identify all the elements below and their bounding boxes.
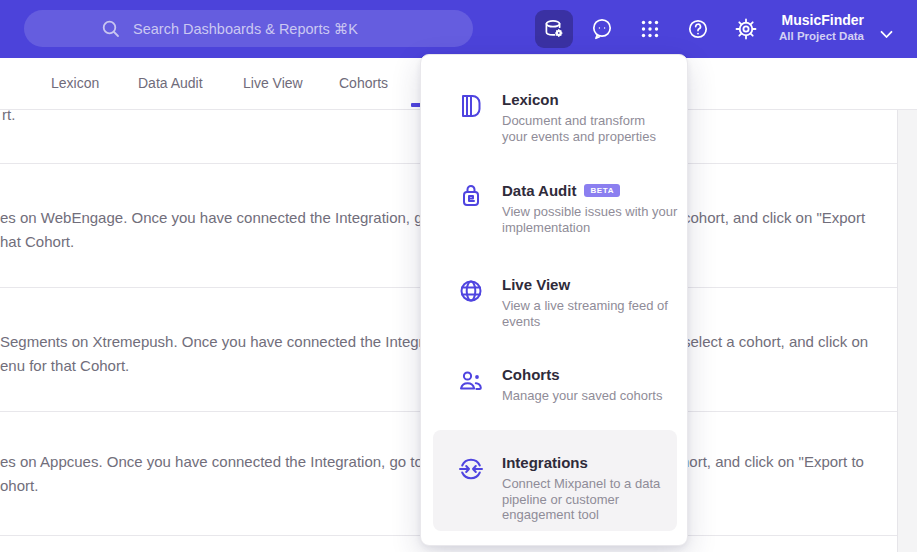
row-text: enu for that Cohort. xyxy=(0,357,129,375)
settings-button[interactable] xyxy=(727,10,765,48)
chevron-down-icon[interactable] xyxy=(880,25,893,43)
menu-item-live-view[interactable]: Live View View a live streaming feed of … xyxy=(457,275,677,329)
navigation-dropdown-menu: Lexicon Document and transform your even… xyxy=(420,54,688,546)
tab-data-audit[interactable]: Data Audit xyxy=(138,75,203,91)
data-audit-icon xyxy=(457,183,485,211)
feedback-icon xyxy=(590,17,614,41)
row-text: hat Cohort. xyxy=(0,233,74,251)
menu-item-data-audit[interactable]: Data Audit BETA View possible issues wit… xyxy=(457,181,677,235)
data-management-button[interactable] xyxy=(535,10,573,48)
menu-item-title: Data Audit xyxy=(502,181,576,200)
menu-item-title: Integrations xyxy=(502,453,588,472)
integrations-icon xyxy=(457,455,485,483)
apps-grid-icon xyxy=(638,17,662,41)
menu-item-description: Document and transform your events and p… xyxy=(502,113,680,144)
row-text: select a cohort, and click on xyxy=(683,333,868,351)
menu-item-title: Live View xyxy=(502,275,570,294)
scrollbar-track[interactable] xyxy=(897,110,917,552)
global-search[interactable] xyxy=(24,10,473,47)
cohorts-icon xyxy=(457,367,485,395)
row-text: ohort. xyxy=(0,477,38,495)
project-selector[interactable]: MusicFinder All Project Data xyxy=(779,12,864,43)
help-button[interactable] xyxy=(679,10,717,48)
menu-item-title: Cohorts xyxy=(502,365,560,384)
live-view-icon xyxy=(457,277,485,305)
menu-item-description: View possible issues with your implement… xyxy=(502,204,680,235)
menu-item-description: Manage your saved cohorts xyxy=(502,388,680,404)
apps-grid-button[interactable] xyxy=(631,10,669,48)
menu-item-description: View a live streaming feed of events xyxy=(502,298,680,329)
search-icon xyxy=(101,19,121,39)
search-input[interactable] xyxy=(131,20,396,38)
data-management-icon xyxy=(542,17,566,41)
app-window: rt. es on WebEngage. Once you have conne… xyxy=(0,0,917,552)
help-icon xyxy=(686,17,710,41)
settings-icon xyxy=(734,17,758,41)
project-subtitle: All Project Data xyxy=(779,29,864,43)
menu-item-title: Lexicon xyxy=(502,90,559,109)
tab-cohorts[interactable]: Cohorts xyxy=(339,75,388,91)
row-text: es on Appcues. Once you have connected t… xyxy=(0,453,464,471)
row-text: hort, and click on "Export to xyxy=(681,453,864,471)
tab-live-view[interactable]: Live View xyxy=(243,75,303,91)
feedback-button[interactable] xyxy=(583,10,621,48)
lexicon-icon xyxy=(457,92,485,120)
row-text: es on WebEngage. Once you have connected… xyxy=(0,209,473,227)
row-text: cohort, and click on "Export xyxy=(683,209,865,227)
tab-lexicon[interactable]: Lexicon xyxy=(51,75,99,91)
top-navbar: MusicFinder All Project Data xyxy=(0,0,917,58)
menu-item-cohorts[interactable]: Cohorts Manage your saved cohorts xyxy=(457,365,677,404)
menu-item-integrations[interactable]: Integrations Connect Mixpanel to a data … xyxy=(433,430,677,531)
project-name: MusicFinder xyxy=(779,12,864,29)
row-text: Segments on Xtremepush. Once you have co… xyxy=(0,333,460,351)
beta-badge: BETA xyxy=(584,184,620,197)
menu-item-lexicon[interactable]: Lexicon Document and transform your even… xyxy=(457,90,677,144)
menu-item-description: Connect Mixpanel to a data pipeline or c… xyxy=(502,476,680,523)
